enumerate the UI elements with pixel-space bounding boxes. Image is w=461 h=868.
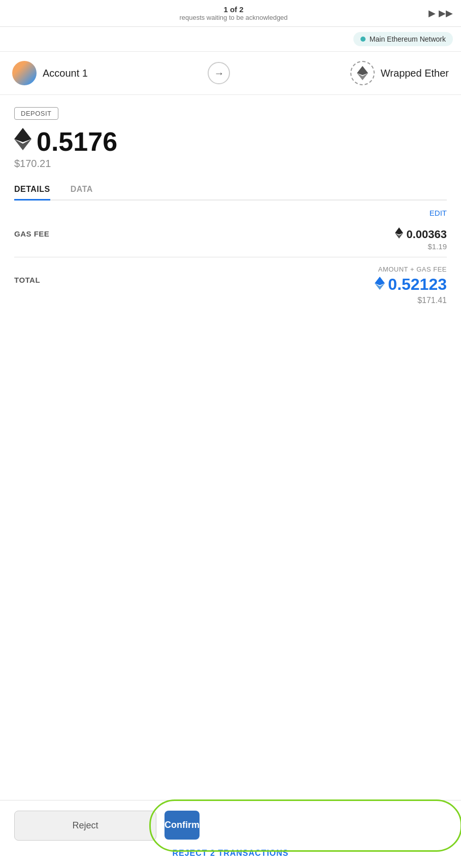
reject-all-button[interactable]: REJECT 2 TRANSACTIONS xyxy=(14,849,447,863)
gas-fee-eth-value: 0.00363 xyxy=(406,228,447,241)
top-bar-center: 1 of 2 requests waiting to be acknowledg… xyxy=(39,5,429,21)
confirm-button[interactable]: Confirm xyxy=(164,811,200,840)
gas-fee-row: GAS FEE 0.00363 $1.19 xyxy=(14,221,447,257)
request-counter: 1 of 2 xyxy=(39,5,429,14)
amount-eth-icon xyxy=(14,128,31,155)
gas-fee-label: GAS FEE xyxy=(14,227,49,238)
gas-fee-right: 0.00363 $1.19 xyxy=(395,227,447,251)
svg-marker-6 xyxy=(375,277,385,285)
total-row: TOTAL AMOUNT + GAS FEE 0.52123 $171.41 xyxy=(14,257,447,313)
amount-row: 0.5176 xyxy=(14,128,447,155)
request-subtitle: requests waiting to be acknowledged xyxy=(39,14,429,21)
svg-marker-2 xyxy=(14,128,31,142)
token-logo xyxy=(350,61,375,85)
network-dot xyxy=(360,37,366,42)
app-container: 1 of 2 requests waiting to be acknowledg… xyxy=(0,0,461,868)
gas-fee-eth-icon xyxy=(395,227,403,241)
network-bar: Main Ethereum Network xyxy=(0,27,461,52)
total-right: AMOUNT + GAS FEE 0.52123 $171.41 xyxy=(375,265,447,305)
action-buttons: Reject Confirm xyxy=(14,811,447,841)
tabs-row: DETAILS DATA xyxy=(14,180,447,201)
total-usd: $171.41 xyxy=(375,296,447,305)
double-arrow-icon[interactable]: ▶▶ xyxy=(439,8,453,19)
account-name: Account 1 xyxy=(43,68,88,79)
navigation-arrows[interactable]: ▶ ▶▶ xyxy=(429,8,453,19)
transaction-amount: 0.5176 xyxy=(37,128,117,155)
total-eth: 0.52123 xyxy=(375,275,447,294)
token-name: Wrapped Ether xyxy=(381,68,449,79)
account-right: Wrapped Ether xyxy=(350,61,449,85)
tab-data[interactable]: DATA xyxy=(71,180,93,201)
top-bar: 1 of 2 requests waiting to be acknowledg… xyxy=(0,0,461,27)
details-section: EDIT GAS FEE 0.00363 $1.19 xyxy=(14,201,447,321)
account-left: Account 1 xyxy=(12,61,88,85)
edit-link[interactable]: EDIT xyxy=(14,209,447,217)
spacer xyxy=(0,561,461,800)
account-row: Account 1 → Wrapped Ether xyxy=(0,52,461,95)
reject-button[interactable]: Reject xyxy=(14,811,156,841)
bottom-actions: Reject Confirm REJECT 2 TRANSACTIONS xyxy=(0,800,461,868)
svg-marker-0 xyxy=(357,66,368,75)
transaction-type-badge: DEPOSIT xyxy=(14,107,58,120)
total-eth-icon xyxy=(375,277,385,293)
confirm-wrapper: Confirm xyxy=(164,811,447,841)
transaction-amount-usd: $170.21 xyxy=(14,158,447,170)
total-subtitle: AMOUNT + GAS FEE xyxy=(375,265,447,273)
account-avatar xyxy=(12,61,37,85)
gas-fee-eth: 0.00363 xyxy=(395,227,447,241)
transfer-arrow-icon: → xyxy=(208,62,230,84)
single-arrow-icon[interactable]: ▶ xyxy=(429,8,436,19)
svg-marker-4 xyxy=(395,227,403,235)
total-label: TOTAL xyxy=(14,265,40,284)
network-label: Main Ethereum Network xyxy=(370,35,446,43)
network-badge[interactable]: Main Ethereum Network xyxy=(353,32,453,46)
total-eth-value: 0.52123 xyxy=(388,275,447,294)
main-content: DEPOSIT 0.5176 $170.21 DETAILS DATA EDIT xyxy=(0,95,461,561)
tab-details[interactable]: DETAILS xyxy=(14,180,50,201)
gas-fee-usd: $1.19 xyxy=(395,242,447,251)
